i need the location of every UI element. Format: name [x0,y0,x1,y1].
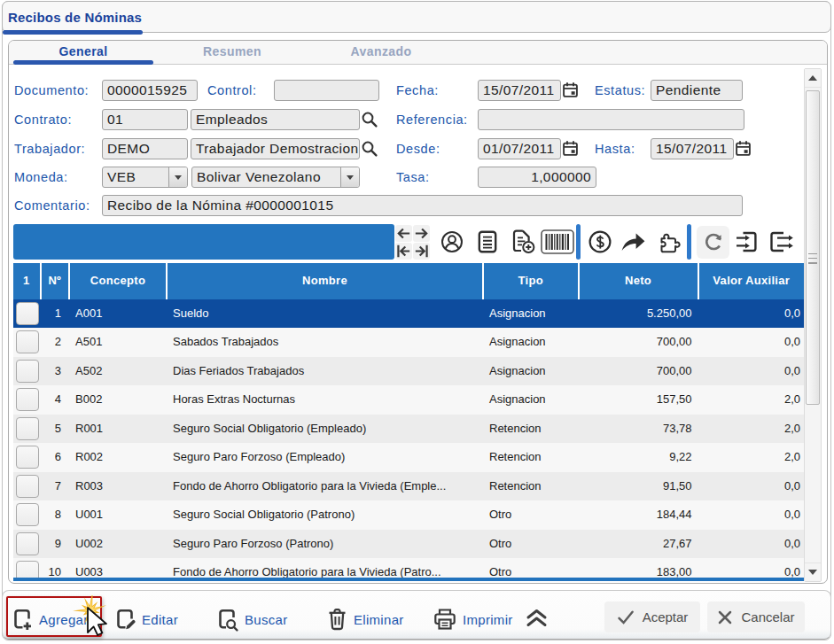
import-icon[interactable] [736,231,758,252]
row-checkbox[interactable] [16,532,39,555]
contrato-code-field[interactable]: 01 [102,109,188,130]
scroll-down-icon[interactable] [805,563,821,581]
vertical-scrollbar[interactable] [804,68,822,582]
cell-concepto: U003 [70,558,168,578]
column-header-concepto[interactable]: Concepto [70,263,168,299]
tab-resumen[interactable]: Resumen [158,41,307,65]
buscar-button[interactable]: Buscar [216,606,288,632]
barcode-icon[interactable] [541,229,574,254]
scrollbar-thumb[interactable] [806,90,820,405]
trabajador-name-field[interactable]: Trabajador Demostracion [191,138,360,159]
table-row[interactable]: 9 U002 Seguro Paro Forzoso (Patrono) Otr… [13,530,804,559]
cell-neto: 157,50 [580,385,699,415]
aceptar-button[interactable]: Aceptar [604,601,700,632]
table-row[interactable]: 1 A001 Sueldo Asignacion 5.250,00 0,0 [13,299,804,329]
column-header-nombre[interactable]: Nombre [168,263,484,299]
column-last-icon[interactable] [413,243,430,260]
column-header-select[interactable]: 1 [13,263,42,299]
moneda-name-select[interactable]: Bolivar Venezolano [191,167,360,188]
comentario-field[interactable]: Recibo de la Nómina #0000001015 [102,195,743,216]
cell-valor: 0,0 [699,530,805,559]
documento-field[interactable]: 0000015925 [102,80,198,101]
table-row[interactable]: 4 B002 Horas Extras Nocturnas Asignacion… [13,385,804,415]
table-row[interactable]: 5 R001 Seguro Social Obligatorio (Emplea… [13,415,804,444]
desde-label: Desde: [396,138,440,159]
cell-nombre: Horas Extras Nocturnas [168,385,484,415]
cell-neto: 700,00 [580,328,699,357]
tab-avanzado[interactable]: Avanzado [307,41,456,65]
mouse-cursor-click [72,595,116,641]
cell-num: 4 [42,385,71,415]
contrato-search-icon[interactable] [361,111,378,128]
desde-field[interactable]: 01/07/2011 [478,138,561,159]
moneda-code-select[interactable]: VEB [102,167,188,188]
cell-nombre: Seguro Social Obligatorio (Patrono) [168,500,484,530]
trash-icon [327,608,347,631]
edit-document-icon [114,608,136,632]
row-checkbox[interactable] [16,561,39,578]
document-icon[interactable] [477,230,498,253]
column-shrink-left-icon[interactable] [395,225,412,242]
cell-valor: 2,0 [699,385,805,415]
desde-calendar-icon[interactable] [562,140,579,157]
trabajador-search-icon[interactable] [361,140,378,158]
scroll-up-icon[interactable] [805,69,821,88]
cell-valor: 2,0 [699,415,805,444]
estatus-label: Estatus: [595,80,645,101]
cell-concepto: U002 [70,530,168,559]
column-header-num[interactable]: Nº [42,263,71,299]
hasta-calendar-icon[interactable] [735,140,752,157]
row-checkbox[interactable] [16,360,39,383]
row-checkbox[interactable] [16,417,39,440]
contrato-name-field[interactable]: Empleados [191,109,360,130]
eliminar-button[interactable]: Eliminar [327,606,404,632]
puzzle-icon[interactable] [657,231,682,254]
trabajador-code-field[interactable]: DEMO [102,138,188,159]
table-row[interactable]: 2 A501 Sabados Trabajados Asignacion 700… [13,328,804,357]
chevron-down-icon[interactable] [168,167,187,187]
row-checkbox[interactable] [16,503,39,526]
cell-valor: 0,0 [699,500,805,530]
chevron-down-icon[interactable] [340,167,359,187]
cell-neto: 73,78 [580,415,699,444]
comentario-label: Comentario: [14,195,90,216]
tasa-field[interactable]: 1,000000 [478,167,596,188]
table-row[interactable]: 6 R002 Seguro Paro Forzoso (Empleado) Re… [13,443,804,472]
column-header-valor[interactable]: Valor Auxiliar [699,263,805,299]
row-checkbox[interactable] [16,330,39,353]
cell-num: 1 [42,299,71,329]
cell-nombre: Seguro Paro Forzoso (Empleado) [168,443,484,472]
table-row[interactable]: 8 U001 Seguro Social Obligatorio (Patron… [13,500,804,530]
refresh-button[interactable] [697,226,729,259]
collapse-toolbar-icon[interactable] [525,608,549,628]
imprimir-button[interactable]: Imprimir [433,606,513,632]
row-checkbox[interactable] [16,446,39,469]
tab-general[interactable]: General [9,41,158,65]
document-add-icon[interactable] [510,229,535,254]
cell-num: 5 [42,415,71,444]
row-checkbox[interactable] [16,302,39,325]
referencia-field[interactable] [478,109,744,130]
table-row[interactable]: 3 A502 Dias Feriados Trabajados Asignaci… [13,357,804,386]
currency-dollar-icon[interactable] [588,230,612,253]
table-row[interactable]: 10 U003 Fondo de Ahorro Obligatorio para… [13,558,804,578]
control-field[interactable] [274,80,379,101]
column-header-tipo[interactable]: Tipo [484,263,580,299]
estatus-field[interactable]: Pendiente [651,80,743,101]
fecha-calendar-icon[interactable] [562,81,579,98]
fecha-field[interactable]: 15/07/2011 [478,80,561,101]
column-header-neto[interactable]: Neto [580,263,699,299]
editar-button[interactable]: Editar [114,606,178,632]
cancelar-button[interactable]: Cancelar [707,601,805,632]
cell-nombre: Fondo de Ahorro Obligatorio para la Vivi… [168,558,484,578]
row-checkbox[interactable] [16,475,39,498]
column-first-icon[interactable] [395,243,412,260]
cell-neto: 700,00 [580,357,699,386]
row-checkbox[interactable] [16,388,39,411]
forward-arrow-icon[interactable] [620,231,646,252]
table-row[interactable]: 7 R003 Fondo de Ahorro Obligatorio para … [13,472,804,501]
column-grow-right-icon[interactable] [413,225,430,242]
export-icon[interactable] [769,231,795,252]
user-icon[interactable] [440,230,464,253]
hasta-field[interactable]: 15/07/2011 [651,138,734,159]
